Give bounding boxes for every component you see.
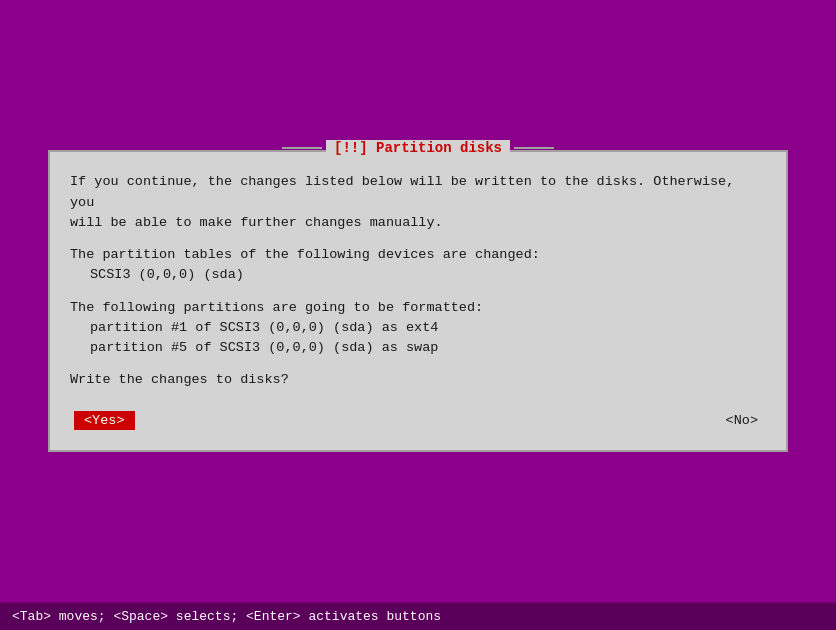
question-text: Write the changes to disks? <box>70 370 766 390</box>
partition-tables-section: The partition tables of the following de… <box>70 245 766 286</box>
dialog-title: [!!] Partition disks <box>326 140 510 156</box>
yes-button[interactable]: <Yes> <box>74 411 135 430</box>
no-button[interactable]: <No> <box>722 411 762 430</box>
dialog-box: [!!] Partition disks If you continue, th… <box>48 150 788 451</box>
dialog-buttons: <Yes> <No> <box>70 411 766 430</box>
main-area: [!!] Partition disks If you continue, th… <box>0 0 836 602</box>
status-bar: <Tab> moves; <Space> selects; <Enter> ac… <box>0 602 836 630</box>
dialog-content: If you continue, the changes listed belo… <box>70 172 766 390</box>
status-bar-text: <Tab> moves; <Space> selects; <Enter> ac… <box>12 609 441 624</box>
intro-text: If you continue, the changes listed belo… <box>70 172 766 233</box>
formatting-section: The following partitions are going to be… <box>70 298 766 359</box>
